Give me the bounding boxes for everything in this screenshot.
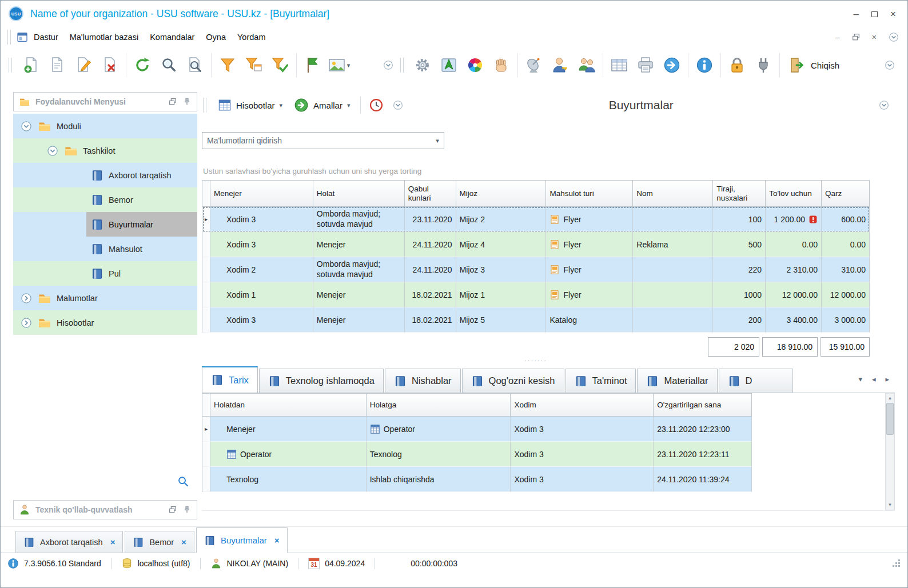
new-record-button[interactable] — [18, 51, 44, 79]
toolbar-grip[interactable] — [9, 58, 12, 73]
expand-icon[interactable] — [20, 120, 33, 133]
close-tab-icon[interactable]: × — [110, 537, 116, 547]
float-panel-button[interactable] — [168, 505, 177, 514]
column-header-mahsulot-turi[interactable]: Mahsulot turi — [546, 181, 633, 207]
settings-button[interactable] — [409, 51, 436, 79]
tree-item-pul[interactable]: Pul — [13, 261, 197, 286]
tree-item-tashkilot[interactable]: Tashkilot — [13, 138, 197, 163]
scroll-thumb[interactable] — [886, 403, 894, 435]
delete-record-button[interactable] — [97, 51, 123, 79]
tree-item-hisobotlar[interactable]: Hisobotlar — [13, 310, 197, 335]
column-header-nom[interactable]: Nom — [633, 181, 713, 207]
filter-button[interactable] — [214, 51, 241, 79]
lock-button[interactable] — [724, 51, 750, 79]
scroll-down-button[interactable]: ▼ — [888, 502, 893, 508]
feed-button[interactable] — [521, 51, 547, 79]
scroll-up-button[interactable]: ▲ — [888, 395, 893, 401]
order-row[interactable]: Xodim 3 Menejer 24.11.2020 Mijoz 4 Flyer… — [202, 232, 870, 257]
expand-icon[interactable] — [20, 292, 33, 305]
doc-tab-bemor[interactable]: Bemor × — [125, 531, 194, 553]
column-header-holatdan[interactable]: Holatdan — [210, 394, 367, 417]
info-button[interactable] — [691, 51, 718, 79]
mdi-minimize-button[interactable]: – — [835, 33, 840, 42]
expand-icon[interactable] — [20, 317, 33, 329]
close-tab-icon[interactable]: × — [274, 535, 280, 545]
map-button[interactable] — [436, 51, 462, 79]
search-input[interactable] — [207, 136, 431, 145]
filter-window-button[interactable] — [241, 51, 267, 79]
tab-taminot[interactable]: Ta'minot — [565, 369, 636, 393]
column-header-xodim[interactable]: Xodim — [511, 394, 654, 417]
resize-grip[interactable] — [893, 559, 901, 567]
float-panel-button[interactable] — [168, 97, 177, 106]
close-button[interactable]: × — [890, 9, 896, 19]
plugin-button[interactable] — [750, 51, 776, 79]
pin-panel-button[interactable] — [182, 505, 192, 514]
table-view-button[interactable] — [606, 51, 632, 79]
tree-item-malumotlar[interactable]: Malumotlar — [13, 286, 197, 310]
minimize-button[interactable]: – — [854, 9, 859, 19]
flag-button[interactable] — [300, 51, 326, 79]
tab-texnolog-ishlamoqda[interactable]: Texnolog ishlamoqda — [259, 369, 384, 393]
tab-materiallar[interactable]: Materiallar — [637, 369, 717, 393]
timer-button[interactable] — [365, 91, 387, 119]
column-header-menejer[interactable]: Menejer — [210, 181, 313, 207]
forward-button[interactable] — [659, 51, 685, 79]
order-row[interactable]: Xodim 3 Menejer 18.02.2021 Mijoz 5 Katal… — [202, 307, 870, 333]
tree-item-bemor[interactable]: Bemor — [13, 187, 197, 212]
filter-apply-button[interactable] — [267, 51, 293, 79]
order-row[interactable]: ▸ Xodim 3 Omborda mavjud; sotuvda mavjud… — [202, 207, 870, 232]
user-permissions-button[interactable] — [547, 51, 574, 79]
close-tab-icon[interactable]: × — [181, 537, 186, 547]
history-row[interactable]: ▸ Menejer Operator Xodim 3 23.11.2020 12… — [202, 417, 752, 442]
print-button[interactable] — [632, 51, 659, 79]
subbar-collapse-button[interactable] — [387, 91, 409, 119]
search-combo-dropdown[interactable]: ▾ — [431, 133, 444, 149]
maximize-button[interactable] — [871, 9, 878, 19]
doc-tab-axborot-tarqatish[interactable]: Axborot tarqatish × — [15, 531, 123, 553]
menu-dastur[interactable]: Dastur — [28, 29, 64, 45]
reports-dropdown-button[interactable]: Hisobotlar ▾ — [212, 98, 288, 112]
colors-button[interactable] — [462, 51, 488, 79]
doc-tab-buyurtmalar[interactable]: Buyurtmalar × — [196, 527, 288, 553]
column-header-holat[interactable]: Holat — [313, 181, 405, 207]
search-combobox[interactable]: ▾ — [202, 132, 444, 149]
mdi-restore-button[interactable] — [851, 33, 861, 42]
column-header-mijoz[interactable]: Mijoz — [456, 181, 547, 207]
column-header-holatga[interactable]: Holatga — [367, 394, 511, 417]
pin-panel-button[interactable] — [182, 97, 192, 106]
column-header-tolov-uchun[interactable]: To'lov uchun — [766, 181, 822, 207]
window-menu-icon[interactable] — [17, 31, 28, 43]
tab-clipped[interactable]: D — [719, 369, 793, 393]
copy-record-button[interactable] — [44, 51, 70, 79]
users-button[interactable] — [574, 51, 600, 79]
tab-menu-button[interactable]: ▾ — [858, 375, 862, 383]
tab-nishablar[interactable]: Nishablar — [385, 369, 461, 393]
exit-button[interactable]: Chiqish — [783, 51, 845, 79]
tab-scroll-right-button[interactable]: ▸ — [885, 375, 889, 383]
refresh-button[interactable] — [129, 51, 156, 79]
history-row[interactable]: Texnolog Ishlab chiqarishda Xodim 3 24.1… — [202, 467, 752, 492]
toolbar-collapse-right-button[interactable] — [879, 51, 901, 79]
menu-oyna[interactable]: Oyna — [200, 29, 232, 45]
search-document-button[interactable] — [182, 51, 208, 79]
group-by-panel[interactable]: Ustun sarlavhasi bo'yicha guruhlash uchu… — [202, 162, 895, 180]
tree-item-buyurtmalar[interactable]: Buyurtmalar — [13, 212, 197, 237]
menu-komandalar[interactable]: Komandalar — [144, 29, 200, 45]
history-scrollbar[interactable]: ▲ ▼ — [885, 393, 895, 510]
column-header-tiraji[interactable]: Tiraji, nusxalari — [713, 181, 766, 207]
tab-qogozni-kesish[interactable]: Qog'ozni kesish — [462, 369, 564, 393]
column-header-qarz[interactable]: Qarz — [822, 181, 870, 207]
actions-dropdown-button[interactable]: Amallar ▾ — [288, 98, 356, 113]
edit-record-button[interactable] — [70, 51, 97, 79]
order-row[interactable]: Xodim 2 Omborda mavjud; sotuvda mavjud 2… — [202, 257, 870, 282]
menubar-collapse-button[interactable] — [888, 31, 899, 43]
image-button[interactable]: ▾ — [326, 51, 352, 79]
toolbar-collapse-button[interactable] — [377, 51, 399, 79]
tree-item-mahsulot[interactable]: Mahsulot — [13, 237, 197, 261]
tab-scroll-left-button[interactable]: ◂ — [872, 375, 876, 383]
right-collapse-button[interactable] — [873, 91, 895, 119]
history-row[interactable]: Operator Texnolog Xodim 3 23.11.2020 12:… — [202, 442, 752, 467]
toolbar-grip[interactable] — [400, 58, 404, 73]
tree-search-button[interactable] — [177, 475, 189, 490]
